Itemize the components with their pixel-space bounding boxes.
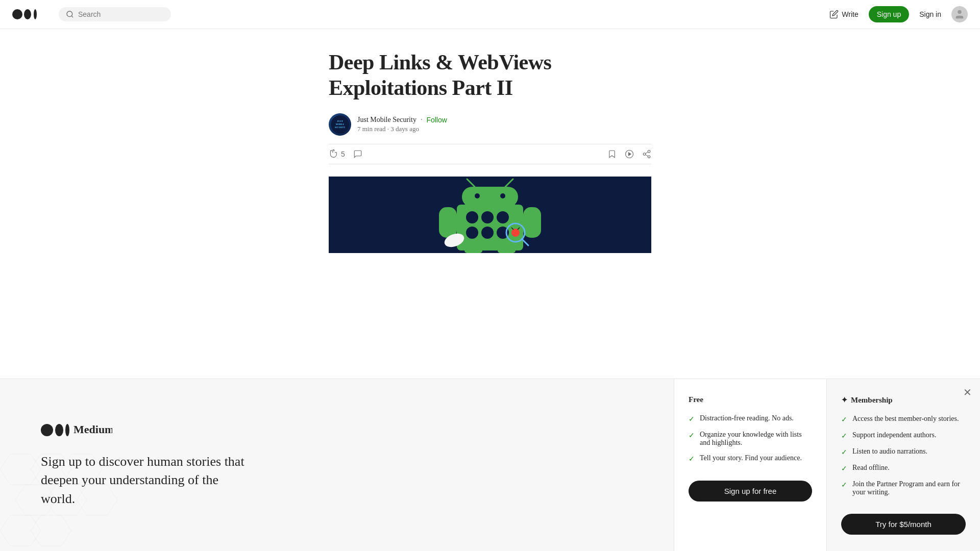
published-date: 3 days ago — [390, 125, 419, 133]
clap-icon — [329, 149, 338, 159]
share-icon — [642, 149, 651, 159]
svg-point-23 — [481, 227, 494, 239]
author-avatar[interactable]: JUST MOBILE SECURITY — [329, 113, 351, 136]
action-left: 5 — [329, 149, 362, 159]
header: Write Sign up Sign in — [0, 0, 980, 29]
write-icon — [829, 10, 839, 19]
svg-text:JUST: JUST — [337, 120, 344, 122]
article-main: Deep Links & WebViews Exploitations Part… — [316, 29, 664, 253]
svg-text:SECURITY: SECURITY — [335, 126, 346, 129]
avatar[interactable] — [951, 6, 968, 22]
svg-point-12 — [648, 150, 650, 153]
medium-logo-svg — [12, 7, 51, 22]
author-name: Just Mobile Security — [357, 116, 416, 124]
svg-rect-31 — [523, 207, 541, 238]
author-row: JUST MOBILE SECURITY Just Mobile Securit… — [329, 113, 651, 136]
action-right — [607, 149, 651, 159]
author-meta: 7 min read · 3 days ago — [357, 125, 447, 133]
svg-point-36 — [511, 229, 520, 237]
svg-point-14 — [648, 156, 650, 158]
comment-icon — [353, 149, 362, 159]
search-input[interactable] — [78, 10, 164, 18]
svg-point-3 — [67, 11, 72, 17]
svg-marker-11 — [629, 153, 631, 156]
svg-point-0 — [12, 9, 22, 19]
svg-point-1 — [24, 9, 31, 19]
share-button[interactable] — [642, 149, 651, 159]
read-time: 7 min read — [357, 125, 386, 133]
svg-point-19 — [466, 211, 478, 223]
svg-line-15 — [645, 155, 648, 156]
svg-text:MOBILE: MOBILE — [336, 123, 345, 126]
listen-button[interactable] — [625, 149, 634, 159]
signin-button[interactable]: Sign in — [919, 10, 941, 18]
svg-point-2 — [34, 9, 37, 19]
clap-count: 5 — [341, 150, 345, 158]
author-info: Just Mobile Security · Follow 7 min read… — [357, 116, 447, 133]
header-right: Write Sign up Sign in — [829, 6, 968, 22]
author-name-row: Just Mobile Security · Follow — [357, 116, 447, 124]
svg-point-5 — [958, 10, 961, 14]
signup-button[interactable]: Sign up — [869, 6, 909, 22]
search-icon — [66, 10, 74, 18]
save-button[interactable] — [607, 149, 617, 159]
write-button[interactable]: Write — [829, 10, 858, 19]
clap-button[interactable]: 5 — [329, 149, 345, 159]
svg-point-26 — [475, 193, 480, 198]
follow-button[interactable]: Follow — [426, 116, 447, 124]
svg-line-4 — [71, 16, 73, 17]
svg-point-21 — [497, 211, 509, 223]
svg-rect-32 — [464, 248, 482, 253]
write-label: Write — [842, 10, 858, 18]
article-title: Deep Links & WebViews Exploitations Part… — [329, 49, 651, 101]
svg-line-16 — [645, 152, 648, 154]
play-icon — [625, 149, 634, 159]
search-bar[interactable] — [59, 7, 171, 21]
header-left — [12, 7, 171, 22]
author-avatar-image: JUST MOBILE SECURITY — [331, 115, 349, 134]
follow-separator: · — [421, 116, 423, 124]
comment-button[interactable] — [353, 149, 362, 159]
svg-point-13 — [643, 153, 646, 156]
hero-image — [329, 177, 651, 253]
medium-logo[interactable] — [12, 7, 51, 22]
svg-point-27 — [500, 193, 505, 198]
avatar-icon — [954, 9, 965, 20]
svg-point-22 — [466, 227, 478, 239]
svg-rect-33 — [498, 248, 516, 253]
save-icon — [607, 149, 617, 159]
svg-point-20 — [481, 211, 494, 223]
svg-rect-30 — [439, 207, 457, 238]
hero-illustration — [362, 177, 618, 253]
svg-rect-25 — [462, 187, 518, 207]
action-bar: 5 — [329, 144, 651, 164]
